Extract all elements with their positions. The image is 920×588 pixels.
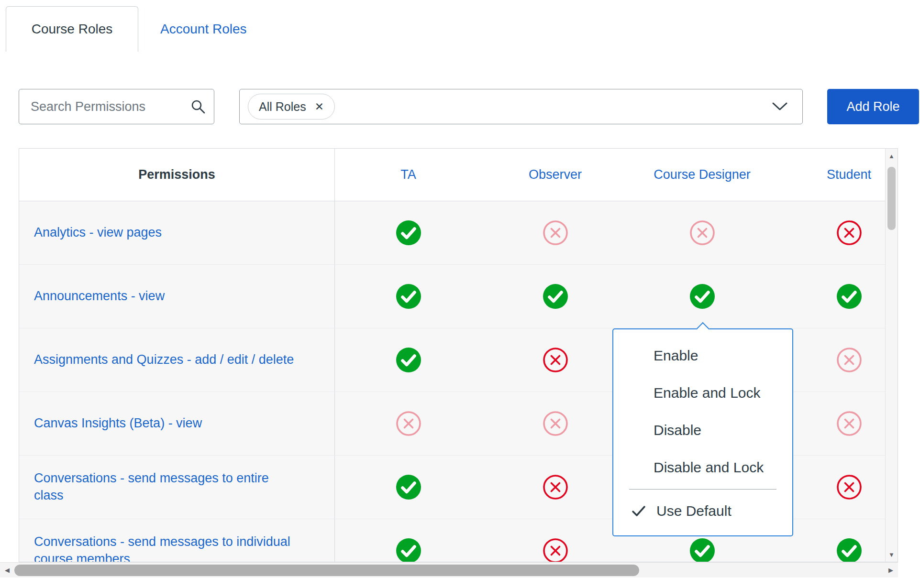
permission-toggle-cell[interactable] (482, 519, 629, 562)
permission-toggle-cell[interactable] (776, 265, 898, 328)
horizontal-scrollbar-thumb[interactable] (14, 565, 639, 576)
permission-toggle-cell[interactable] (335, 201, 482, 264)
filter-tag-all-roles[interactable]: All Roles ✕ (248, 94, 335, 120)
table-row: Analytics - view pages (19, 201, 898, 265)
permission-cell: Assignments and Quizzes - add / edit / d… (19, 328, 335, 392)
column-header-ta[interactable]: TA (335, 149, 482, 201)
disabled-icon (836, 347, 862, 373)
vertical-scrollbar-thumb[interactable] (887, 167, 896, 230)
enabled-icon (396, 538, 421, 562)
add-role-button[interactable]: Add Role (827, 89, 919, 124)
permission-toggle-cell[interactable] (776, 456, 898, 519)
enabled-icon (396, 347, 421, 373)
permission-toggle-cell[interactable] (335, 328, 482, 392)
permission-toggle-cell[interactable] (335, 456, 482, 519)
search-icon[interactable] (190, 99, 206, 114)
role-filter-select[interactable]: All Roles ✕ (239, 89, 803, 124)
disabled-icon (543, 411, 568, 436)
menu-item-enable[interactable]: Enable (613, 337, 792, 374)
permission-toggle-cell[interactable] (482, 265, 629, 328)
scroll-up-icon[interactable]: ▲ (886, 149, 898, 163)
enabled-icon (689, 283, 715, 309)
disabled-icon (836, 411, 862, 436)
enabled-icon (396, 283, 421, 309)
disabled-icon (396, 411, 421, 436)
permission-state-menu: EnableEnable and LockDisableDisable and … (612, 328, 793, 536)
enabled-icon (396, 474, 421, 500)
search-box (19, 89, 214, 124)
permission-toggle-cell[interactable] (335, 265, 482, 328)
permission-link[interactable]: Analytics - view pages (34, 224, 162, 241)
menu-item-label: Disable (654, 422, 701, 438)
filter-tag-label: All Roles (259, 100, 306, 114)
enabled-icon (543, 283, 568, 309)
search-input[interactable] (19, 89, 214, 124)
menu-item-enable-and-lock[interactable]: Enable and Lock (613, 374, 792, 412)
permission-toggle-cell[interactable] (335, 392, 482, 455)
permission-toggle-cell[interactable] (482, 456, 629, 519)
permission-cell: Conversations - send messages to individ… (19, 519, 335, 562)
column-header-observer[interactable]: Observer (482, 149, 629, 201)
vertical-scrollbar[interactable]: ▲ ▼ (885, 149, 898, 562)
menu-item-use-default[interactable]: Use Default (613, 492, 792, 530)
menu-divider (629, 489, 776, 490)
enabled-icon (396, 220, 421, 246)
permission-toggle-cell[interactable] (482, 392, 629, 455)
enabled-icon (836, 538, 862, 562)
menu-item-label: Use Default (656, 503, 732, 519)
permission-toggle-cell[interactable] (776, 519, 898, 562)
disabled-icon (543, 474, 568, 500)
menu-item-disable[interactable]: Disable (613, 412, 792, 449)
permission-link[interactable]: Conversations - send messages to entire … (34, 470, 301, 504)
permissions-page: Course Roles Account Roles All Roles ✕ A… (0, 0, 920, 588)
permission-cell: Conversations - send messages to entire … (19, 456, 335, 519)
permission-cell: Canvas Insights (Beta) - view (19, 392, 335, 455)
permission-toggle-cell[interactable] (629, 265, 776, 328)
permission-toggle-cell[interactable] (776, 201, 898, 264)
tab-account-roles[interactable]: Account Roles (160, 6, 247, 52)
permission-toggle-cell[interactable] (482, 328, 629, 392)
chevron-down-icon (772, 102, 788, 111)
disabled-icon (543, 538, 568, 562)
scroll-down-icon[interactable]: ▼ (886, 547, 898, 562)
disabled-icon (836, 474, 862, 500)
permission-toggle-cell[interactable] (629, 201, 776, 264)
selected-check-icon (631, 503, 647, 519)
table-row: Announcements - view (19, 265, 898, 328)
disabled-icon (543, 347, 568, 373)
disabled-icon (836, 220, 862, 246)
permission-link[interactable]: Canvas Insights (Beta) - view (34, 415, 202, 432)
menu-item-label: Enable and Lock (654, 385, 761, 401)
menu-item-label: Disable and Lock (654, 459, 764, 476)
permission-toggle-cell[interactable] (335, 519, 482, 562)
permission-cell: Analytics - view pages (19, 201, 335, 264)
menu-item-disable-and-lock[interactable]: Disable and Lock (613, 449, 792, 486)
column-header-student[interactable]: Student (776, 149, 898, 201)
enabled-icon (836, 283, 862, 309)
permission-cell: Announcements - view (19, 265, 335, 328)
column-header-course-designer[interactable]: Course Designer (629, 149, 776, 201)
horizontal-scrollbar[interactable]: ◀ ▶ (0, 562, 898, 577)
remove-filter-icon[interactable]: ✕ (315, 101, 324, 112)
scroll-left-icon[interactable]: ◀ (0, 563, 14, 577)
enabled-icon (689, 538, 715, 562)
permission-link[interactable]: Conversations - send messages to individ… (34, 534, 301, 562)
scroll-right-icon[interactable]: ▶ (884, 563, 898, 577)
permission-toggle-cell[interactable] (776, 392, 898, 455)
permission-toggle-cell[interactable] (482, 201, 629, 264)
permission-toggle-cell[interactable] (776, 328, 898, 392)
menu-item-label: Enable (654, 348, 698, 364)
table-header: PermissionsTAObserverCourse DesignerStud… (19, 149, 898, 201)
disabled-icon (689, 220, 715, 246)
tab-course-roles[interactable]: Course Roles (6, 6, 138, 52)
disabled-icon (543, 220, 568, 246)
permission-link[interactable]: Assignments and Quizzes - add / edit / d… (34, 351, 294, 369)
permission-link[interactable]: Announcements - view (34, 288, 165, 305)
column-header-permissions: Permissions (19, 149, 335, 201)
